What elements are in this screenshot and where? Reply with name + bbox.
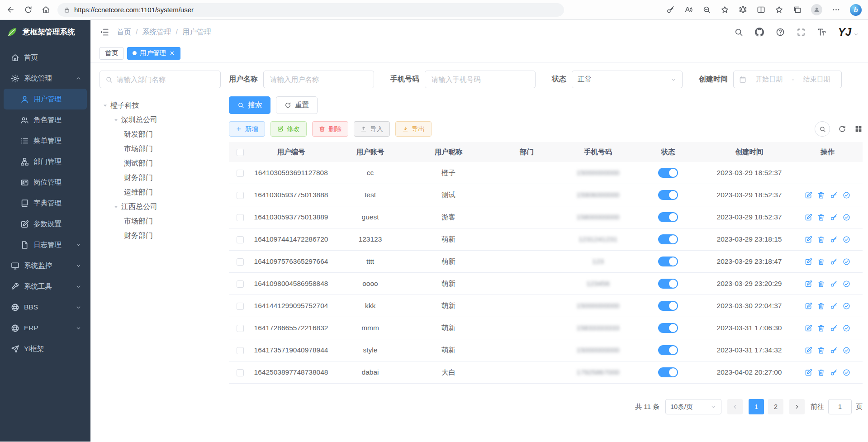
status-toggle[interactable] xyxy=(658,279,678,289)
next-page-button[interactable] xyxy=(789,399,805,414)
status-toggle[interactable] xyxy=(658,323,678,333)
table-row[interactable]: 1641735719040978944 style 萌新 15000000000… xyxy=(229,339,863,361)
column-header-phone[interactable]: 手机号码 xyxy=(566,147,630,157)
delete-icon[interactable] xyxy=(817,236,825,243)
extensions-puzzle-icon[interactable] xyxy=(739,5,747,14)
row-checkbox[interactable] xyxy=(237,258,244,266)
reset-password-icon[interactable] xyxy=(830,258,838,266)
caret-down-icon[interactable] xyxy=(102,103,108,109)
edit-icon[interactable] xyxy=(805,302,812,310)
breadcrumb-item[interactable]: 用户管理 / xyxy=(182,28,211,37)
delete-icon[interactable] xyxy=(817,191,825,199)
delete-icon[interactable] xyxy=(817,347,825,354)
dept-search-box[interactable] xyxy=(100,71,221,88)
table-row[interactable]: 1641441299095752704 kkk 萌新 15000000000 2… xyxy=(229,295,863,317)
sidebar-item[interactable]: 系统监控 xyxy=(4,255,87,276)
column-header-dept[interactable]: 部门 xyxy=(488,147,566,157)
column-header-nickname[interactable]: 用户昵称 xyxy=(409,147,488,157)
sidebar-item[interactable]: 字典管理 xyxy=(4,193,87,214)
tree-node[interactable]: 市场部门 xyxy=(100,214,221,228)
assign-role-icon[interactable] xyxy=(843,369,850,376)
reset-password-icon[interactable] xyxy=(830,347,838,354)
table-row[interactable]: 1641728665572216832 mmm 萌新 15833333333 2… xyxy=(229,317,863,339)
row-checkbox[interactable] xyxy=(237,347,244,354)
delete-icon[interactable] xyxy=(817,258,825,266)
assign-role-icon[interactable] xyxy=(843,236,850,243)
sidebar-item[interactable]: ERP xyxy=(4,318,87,338)
table-search-toggle[interactable] xyxy=(815,121,830,137)
zoom-icon[interactable] xyxy=(702,5,711,14)
edit-icon[interactable] xyxy=(805,324,812,332)
table-row[interactable]: 1641030593775013888 test 测试 15906000000 … xyxy=(229,184,863,206)
row-checkbox[interactable] xyxy=(237,369,244,376)
password-key-icon[interactable] xyxy=(666,5,675,14)
status-toggle[interactable] xyxy=(658,367,678,377)
fullscreen-icon[interactable] xyxy=(797,28,806,37)
delete-button[interactable]: 删除 xyxy=(312,121,348,137)
date-range-picker[interactable]: 开始日期 - 结束日期 xyxy=(733,71,842,88)
edit-icon[interactable] xyxy=(805,236,812,243)
sidebar-item[interactable]: 菜单管理 xyxy=(4,130,87,151)
row-checkbox[interactable] xyxy=(237,214,244,221)
browser-profile-avatar[interactable] xyxy=(811,4,822,15)
column-settings-button[interactable] xyxy=(854,125,863,133)
browser-back-button[interactable] xyxy=(6,5,15,14)
phone-input[interactable] xyxy=(425,71,536,88)
breadcrumb-item[interactable]: 首页 / xyxy=(117,28,142,37)
row-checkbox[interactable] xyxy=(237,303,244,310)
edit-button[interactable]: 修改 xyxy=(270,121,307,137)
delete-icon[interactable] xyxy=(817,302,825,310)
tree-node[interactable]: 橙子科技 xyxy=(100,98,221,113)
add-favorite-star-icon[interactable] xyxy=(721,5,729,14)
reset-password-icon[interactable] xyxy=(830,324,838,332)
assign-role-icon[interactable] xyxy=(843,347,850,354)
delete-icon[interactable] xyxy=(817,324,825,332)
read-aloud-icon[interactable] xyxy=(684,5,693,14)
tree-node[interactable]: 研发部门 xyxy=(100,127,221,142)
user-avatar[interactable]: YJ xyxy=(838,26,859,38)
browser-refresh-button[interactable] xyxy=(24,5,33,14)
sidebar-item[interactable]: 角色管理 xyxy=(4,109,87,130)
assign-role-icon[interactable] xyxy=(843,214,850,221)
breadcrumb-item[interactable]: 系统管理 / xyxy=(142,28,182,37)
row-checkbox[interactable] xyxy=(237,192,244,199)
page-number-button[interactable]: 1 xyxy=(749,399,764,414)
github-icon[interactable] xyxy=(755,28,764,37)
table-refresh-button[interactable] xyxy=(838,125,846,133)
help-icon[interactable] xyxy=(776,28,785,37)
add-button[interactable]: 新增 xyxy=(229,121,265,137)
close-icon[interactable] xyxy=(169,50,175,56)
collections-icon[interactable] xyxy=(793,5,802,14)
status-toggle[interactable] xyxy=(658,257,678,266)
table-row[interactable]: 1641098004586958848 oooo 萌新 123456 2023-… xyxy=(229,273,863,295)
status-toggle[interactable] xyxy=(658,212,678,222)
tree-node[interactable]: 测试部门 xyxy=(100,156,221,171)
username-input[interactable] xyxy=(263,71,374,88)
row-checkbox[interactable] xyxy=(237,236,244,243)
status-toggle[interactable] xyxy=(658,345,678,355)
sidebar-item[interactable]: 用户管理 xyxy=(4,89,87,109)
row-checkbox[interactable] xyxy=(237,325,244,332)
split-screen-icon[interactable] xyxy=(757,5,765,14)
import-button[interactable]: 导入 xyxy=(354,121,390,137)
sidebar-item[interactable]: Yi框架 xyxy=(4,338,87,359)
header-search-icon[interactable] xyxy=(734,28,743,37)
column-header-account[interactable]: 用户账号 xyxy=(331,147,409,157)
assign-role-icon[interactable] xyxy=(843,280,850,288)
tree-node[interactable]: 江西总公司 xyxy=(100,200,221,214)
row-checkbox[interactable] xyxy=(237,170,244,177)
sidebar-item[interactable]: 参数设置 xyxy=(4,214,87,234)
sidebar-item[interactable]: 岗位管理 xyxy=(4,172,87,193)
table-row[interactable]: 1641030593691127808 cc 橙子 15000000000 20… xyxy=(229,162,863,184)
reset-password-icon[interactable] xyxy=(830,236,838,243)
column-header-created[interactable]: 创建时间 xyxy=(706,147,792,157)
favorites-bar-icon[interactable] xyxy=(775,5,783,14)
edit-icon[interactable] xyxy=(805,347,812,354)
browser-menu-dots-icon[interactable] xyxy=(832,5,840,14)
sidebar-item[interactable]: 首页 xyxy=(4,47,87,68)
column-header-status[interactable]: 状态 xyxy=(630,147,706,157)
status-toggle[interactable] xyxy=(658,190,678,200)
assign-role-icon[interactable] xyxy=(843,302,850,310)
tree-node[interactable]: 运维部门 xyxy=(100,185,221,200)
delete-icon[interactable] xyxy=(817,280,825,288)
